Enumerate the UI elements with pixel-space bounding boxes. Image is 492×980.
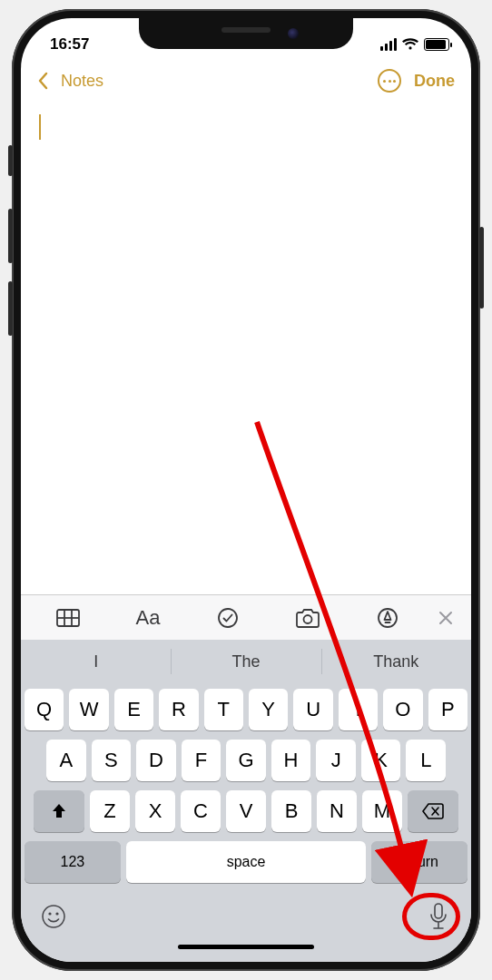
suggestion[interactable]: Thank (321, 640, 471, 683)
note-editor[interactable] (21, 103, 471, 593)
key-c[interactable]: C (181, 790, 221, 832)
chevron-left-icon (37, 72, 48, 90)
svg-point-9 (55, 912, 58, 915)
keyboard-bottom-row (21, 892, 471, 936)
key-x[interactable]: X (135, 790, 175, 832)
toolbar-close-button[interactable] (428, 610, 464, 626)
key-i[interactable]: I (339, 689, 378, 730)
emoji-keyboard-button[interactable] (39, 902, 68, 931)
suggestion[interactable]: I (21, 640, 171, 683)
phone-frame: 16:57 Notes Done (12, 9, 480, 971)
svg-point-4 (219, 609, 237, 627)
ringer-switch (8, 145, 13, 176)
keyboard: Aa I The Thank (21, 594, 471, 962)
wifi-icon (402, 38, 418, 51)
key-k[interactable]: K (361, 740, 401, 781)
screen: 16:57 Notes Done (21, 18, 471, 962)
cellular-signal-icon (380, 38, 397, 51)
key-n[interactable]: N (317, 790, 357, 832)
suggestion[interactable]: The (171, 640, 320, 683)
key-a[interactable]: A (46, 740, 86, 781)
back-button[interactable]: Notes (37, 72, 103, 91)
insert-table-button[interactable] (28, 609, 108, 627)
predictive-bar: I The Thank (21, 640, 471, 683)
key-t[interactable]: T (204, 689, 243, 730)
checklist-button[interactable] (188, 607, 268, 629)
key-y[interactable]: Y (249, 689, 288, 730)
svg-point-5 (304, 615, 312, 623)
home-indicator[interactable] (178, 945, 314, 949)
key-o[interactable]: O (383, 689, 422, 730)
side-button (479, 227, 484, 309)
done-button[interactable]: Done (414, 72, 455, 91)
key-e[interactable]: E (114, 689, 153, 730)
numbers-key[interactable]: 123 (25, 841, 121, 883)
notch (139, 18, 353, 49)
notes-format-toolbar: Aa (21, 594, 471, 640)
key-w[interactable]: W (69, 689, 108, 730)
key-p[interactable]: P (428, 689, 467, 730)
key-r[interactable]: R (159, 689, 198, 730)
svg-point-7 (43, 906, 64, 927)
backspace-key[interactable] (408, 790, 458, 832)
dictation-button[interactable] (424, 902, 453, 931)
key-f[interactable]: F (182, 740, 221, 781)
key-q[interactable]: Q (25, 689, 64, 730)
key-m[interactable]: M (362, 790, 402, 832)
svg-rect-10 (435, 904, 442, 918)
text-format-button[interactable]: Aa (108, 606, 188, 630)
camera-button[interactable] (268, 608, 348, 628)
battery-icon (424, 38, 449, 51)
key-u[interactable]: U (293, 689, 332, 730)
back-label: Notes (61, 72, 103, 91)
key-v[interactable]: V (226, 790, 266, 832)
status-time: 16:57 (50, 35, 89, 54)
return-key[interactable]: return (371, 841, 467, 883)
key-b[interactable]: B (271, 790, 311, 832)
key-h[interactable]: H (271, 740, 311, 781)
key-z[interactable]: Z (90, 790, 130, 832)
more-actions-button[interactable] (378, 69, 401, 93)
front-camera (288, 28, 299, 39)
key-j[interactable]: J (316, 740, 356, 781)
keyboard-keys: Q W E R T Y U I O P A S D F G H (21, 683, 471, 883)
text-cursor (39, 114, 41, 140)
space-key[interactable]: space (126, 841, 366, 883)
shift-key[interactable] (34, 790, 84, 832)
key-d[interactable]: D (136, 740, 176, 781)
volume-up-button (8, 209, 13, 263)
markup-button[interactable] (348, 607, 428, 629)
nav-bar: Notes Done (21, 58, 471, 103)
key-g[interactable]: G (226, 740, 266, 781)
key-s[interactable]: S (92, 740, 132, 781)
svg-point-8 (48, 912, 51, 915)
volume-down-button (8, 281, 13, 336)
key-l[interactable]: L (406, 740, 446, 781)
